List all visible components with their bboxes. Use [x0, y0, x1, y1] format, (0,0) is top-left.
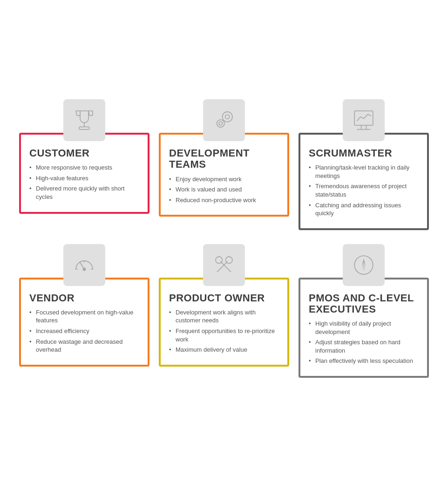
list-item: Adjust strategies based on hard informat…	[309, 338, 419, 354]
card-list-development-teams: Enjoy development workWork is valued and…	[169, 175, 279, 204]
scrummaster-icon-box	[343, 99, 385, 141]
card-grid: CUSTOMERMore responsive to requestsHigh-…	[19, 99, 429, 378]
list-item: More responsive to requests	[29, 164, 139, 172]
list-item: Tremendous awareness of project state/st…	[309, 182, 419, 198]
list-item: Development work aligns with customer ne…	[169, 308, 279, 325]
svg-point-3	[225, 115, 230, 119]
list-item: Reduce wastage and decreased overhead	[29, 338, 139, 354]
card-wrapper-scrummaster: SCRUMMASTERPlanning/task-level tracking …	[299, 99, 429, 230]
svg-point-11	[83, 268, 85, 270]
card-title-vendor: VENDOR	[29, 293, 139, 304]
list-item: High-value features	[29, 174, 139, 183]
vendor-icon-box	[63, 244, 105, 286]
svg-rect-1	[79, 127, 89, 129]
product-owner-icon-box	[203, 244, 245, 286]
list-item: Reduced non-productive work	[169, 196, 279, 204]
list-item: Planning/task-level tracking in daily me…	[309, 164, 419, 180]
card-wrapper-pmos: PMOS AND C-LEVEL EXECUTIVESHigh visibili…	[299, 244, 429, 378]
list-item: High visibility of daily project develop…	[309, 320, 419, 336]
svg-point-18	[216, 257, 222, 263]
card-wrapper-customer: CUSTOMERMore responsive to requestsHigh-…	[19, 99, 149, 230]
card-development-teams: DEVELOPMENT TEAMSEnjoy development workW…	[159, 133, 289, 217]
development-teams-icon-box	[203, 99, 245, 141]
card-title-pmos: PMOS AND C-LEVEL EXECUTIVES	[309, 293, 419, 315]
card-scrummaster: SCRUMMASTERPlanning/task-level tracking …	[299, 133, 429, 230]
card-product-owner: PRODUCT OWNERDevelopment work aligns wit…	[159, 278, 289, 367]
svg-point-5	[219, 122, 222, 125]
customer-icon-box	[63, 99, 105, 141]
card-wrapper-vendor: VENDORFocused development on high-value …	[19, 244, 149, 378]
svg-point-2	[222, 112, 232, 122]
list-item: Focused development on high-value featur…	[29, 308, 139, 325]
list-item: Increased efficiency	[29, 327, 139, 335]
card-pmos: PMOS AND C-LEVEL EXECUTIVESHigh visibili…	[299, 278, 429, 378]
list-item: Enjoy development work	[169, 175, 279, 184]
card-list-vendor: Focused development on high-value featur…	[29, 308, 139, 354]
card-list-pmos: High visibility of daily project develop…	[309, 320, 419, 365]
card-list-scrummaster: Planning/task-level tracking in daily me…	[309, 164, 419, 217]
list-item: Frequent opportunities to re-prioritize …	[169, 327, 279, 343]
list-item: Catching and addressing issues quickly	[309, 201, 419, 218]
list-item: Plan effectively with less speculation	[309, 357, 419, 365]
card-wrapper-development-teams: DEVELOPMENT TEAMSEnjoy development workW…	[159, 99, 289, 230]
list-item: Work is valued and used	[169, 185, 279, 194]
card-customer: CUSTOMERMore responsive to requestsHigh-…	[19, 133, 149, 213]
list-item: Delivered more quickly with short cycles	[29, 184, 139, 201]
list-item: Maximum delivery of value	[169, 346, 279, 354]
card-title-development-teams: DEVELOPMENT TEAMS	[169, 148, 279, 170]
card-list-product-owner: Development work aligns with customer ne…	[169, 308, 279, 354]
card-list-customer: More responsive to requestsHigh-value fe…	[29, 164, 139, 201]
card-title-scrummaster: SCRUMMASTER	[309, 148, 419, 159]
card-title-customer: CUSTOMER	[29, 148, 139, 159]
card-wrapper-product-owner: PRODUCT OWNERDevelopment work aligns wit…	[159, 244, 289, 378]
svg-point-16	[226, 257, 232, 263]
card-vendor: VENDORFocused development on high-value …	[19, 278, 149, 367]
pmos-icon-box	[343, 244, 385, 286]
svg-point-4	[217, 120, 224, 127]
card-title-product-owner: PRODUCT OWNER	[169, 293, 279, 304]
